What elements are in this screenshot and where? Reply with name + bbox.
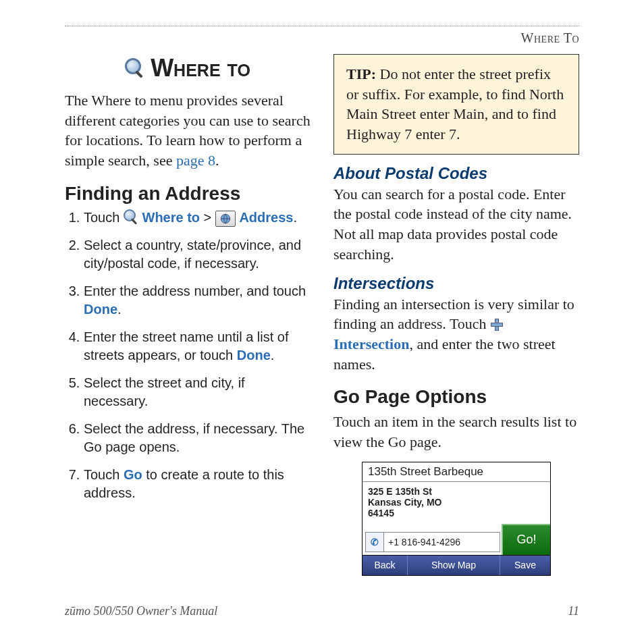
content-columns: Where to The Where to menu provides seve… <box>65 54 579 576</box>
magnifier-icon <box>124 209 138 224</box>
chapter-title-text: Where to <box>151 54 250 82</box>
device-back-button[interactable]: Back <box>363 555 407 575</box>
tip-label: TIP: <box>346 65 376 82</box>
step-7: Touch Go to create a route to this addre… <box>84 466 311 502</box>
intersection-icon <box>490 318 502 330</box>
device-title: 135th Street Barbeque <box>363 462 550 482</box>
step1-sep: > <box>200 210 215 225</box>
magnifier-icon <box>125 58 145 78</box>
intersections-pre: Finding an intersection is very similar … <box>333 296 574 333</box>
step1-pre: Touch <box>84 210 124 225</box>
intersections-heading: Intersections <box>333 274 579 293</box>
step4-end: . <box>271 348 275 363</box>
device-screenshot: 135th Street Barbeque 325 E 135th St Kan… <box>362 462 551 576</box>
tip-text: Do not enter the street prefix or suffix… <box>346 65 564 142</box>
chapter-title: Where to <box>65 54 311 82</box>
step-2: Select a country, state/province, and ci… <box>84 236 311 273</box>
step-3: Enter the address number, and touch Done… <box>84 282 311 319</box>
device-address: 325 E 135th St Kansas City, MO 64145 <box>368 486 441 518</box>
page-8-link[interactable]: page 8 <box>176 152 215 169</box>
intro-paragraph: The Where to menu provides several diffe… <box>65 90 311 171</box>
intersections-body: Finding an intersection is very similar … <box>333 294 579 375</box>
page-footer: zūmo 500/550 Owner's Manual 11 <box>65 604 579 618</box>
device-phone: +1 816-941-4296 <box>384 537 464 547</box>
tip-box: TIP: Do not enter the street prefix or s… <box>333 54 579 155</box>
done-keyword: Done <box>84 302 117 317</box>
step3-pre: Enter the address number, and touch <box>84 284 306 298</box>
device-go-button[interactable]: Go! <box>502 524 550 555</box>
device-showmap-button[interactable]: Show Map <box>407 555 500 575</box>
step-6: Select the address, if necessary. The Go… <box>84 420 311 456</box>
step1-end: . <box>293 210 297 225</box>
footer-page-number: 11 <box>568 604 579 618</box>
footer-left: zūmo 500/550 Owner's Manual <box>65 604 217 618</box>
go-keyword: Go <box>124 467 142 482</box>
finding-steps: Touch Where to > Address. Select a count… <box>65 209 311 502</box>
device-bottom-bar: Back Show Map Save <box>363 555 550 575</box>
intro-period: . <box>215 152 219 169</box>
device-mid: 325 E 135th St Kansas City, MO 64145 ✆ +… <box>363 482 550 555</box>
gopage-heading: Go Page Options <box>333 386 579 408</box>
done-keyword: Done <box>237 348 271 363</box>
device-save-button[interactable]: Save <box>500 555 550 575</box>
device-addr-line2: Kansas City, MO <box>368 497 441 508</box>
device-addr-line3: 64145 <box>368 508 441 518</box>
postal-heading: About Postal Codes <box>333 164 579 183</box>
where-to-keyword: Where to <box>142 210 200 225</box>
right-column: TIP: Do not enter the street prefix or s… <box>333 54 579 576</box>
step-5: Select the street and city, if necessary… <box>84 374 311 410</box>
postal-body: You can search for a postal code. Enter … <box>333 184 579 265</box>
phone-icon: ✆ <box>366 533 384 552</box>
device-phone-row[interactable]: ✆ +1 816-941-4296 <box>365 532 500 552</box>
step-1: Touch Where to > Address. <box>84 209 311 227</box>
address-icon <box>215 211 236 227</box>
gopage-body: Touch an item in the search results list… <box>333 412 579 452</box>
step3-end: . <box>117 302 122 317</box>
step-4: Enter the street name until a list of st… <box>84 328 311 365</box>
running-header: Where To <box>65 26 579 49</box>
intersection-keyword: Intersection <box>333 336 409 352</box>
step7-pre: Touch <box>84 467 124 482</box>
left-column: Where to The Where to menu provides seve… <box>65 54 311 576</box>
device-addr-line1: 325 E 135th St <box>368 486 441 497</box>
finding-heading: Finding an Address <box>65 183 311 205</box>
address-keyword: Address <box>239 210 293 225</box>
